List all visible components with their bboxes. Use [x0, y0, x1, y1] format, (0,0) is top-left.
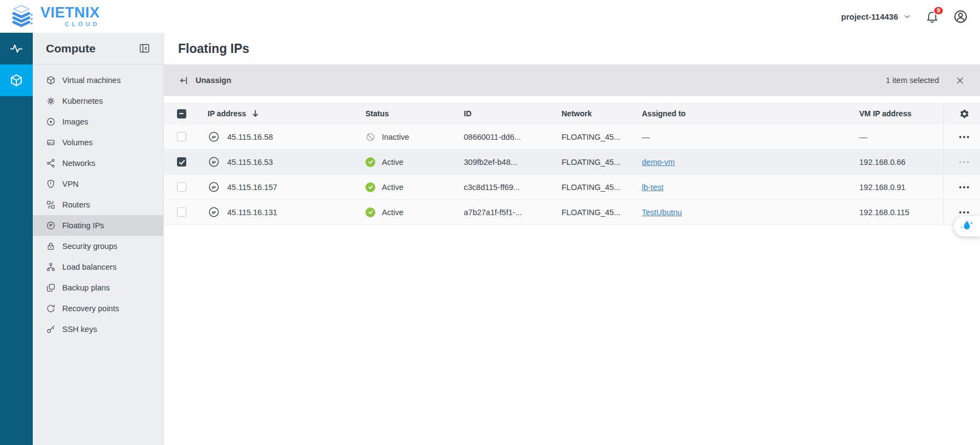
ip-icon: IP [208, 130, 220, 143]
sidebar-nav: Virtual machines Kubernetes Images Volum… [33, 64, 163, 340]
ip-icon: IP [208, 181, 220, 193]
sidebar-item-load-balancers[interactable]: Load balancers [33, 257, 163, 277]
vm-ip-address: 192.168.0.115 [859, 208, 910, 217]
table-row: IP 45.115.16.58 Inactive 08660011-dd6...… [164, 124, 980, 150]
sidebar-title: Compute [46, 42, 96, 55]
shield-icon [46, 179, 56, 189]
ip-address: 45.115.16.53 [227, 158, 273, 167]
status-text: Active [382, 158, 404, 167]
column-header-status: Status [352, 103, 451, 124]
svg-text:IP: IP [212, 210, 216, 215]
row-actions-menu[interactable] [959, 161, 961, 163]
network-icon [46, 158, 56, 168]
row-checkbox[interactable] [177, 132, 186, 141]
project-name: project-114436 [841, 12, 898, 21]
sidebar-item-backup-plans[interactable]: Backup plans [33, 277, 163, 298]
svg-text:IP: IP [212, 185, 216, 190]
sidebar-item-floating-ips[interactable]: IP Floating IPs [33, 215, 163, 236]
helm-icon [46, 96, 56, 106]
select-all-checkbox[interactable] [177, 109, 186, 118]
sidebar-item-images[interactable]: Images [33, 111, 163, 132]
status-icon [365, 182, 375, 192]
support-chat-widget[interactable] [954, 216, 980, 236]
status-icon [365, 157, 375, 167]
assigned-vm-link[interactable]: TestUbutnu [642, 208, 682, 217]
row-checkbox[interactable] [177, 182, 186, 192]
sidebar-item-security-groups[interactable]: Security groups [33, 236, 163, 257]
floating-ips-table: IP address Status ID Network Assigned to… [164, 103, 980, 225]
collapse-sidebar-button[interactable] [139, 43, 150, 54]
vietnix-logo: VIETNIX CLOUD [7, 3, 100, 29]
resource-id: 08660011-dd6... [464, 133, 521, 141]
unassign-label: Unassign [196, 76, 231, 85]
sidebar-item-networks[interactable]: Networks [33, 153, 163, 174]
row-actions-menu[interactable] [959, 186, 961, 188]
column-header-assigned-to: Assigned to [629, 103, 846, 124]
sidebar-item-ssh-keys[interactable]: SSH keys [33, 319, 163, 340]
column-header-vm-ip: VM IP address [846, 103, 943, 124]
hierarchy-icon [46, 262, 56, 272]
status-text: Active [382, 183, 404, 192]
svg-text:IP: IP [212, 160, 216, 165]
column-header-ip-address[interactable]: IP address [194, 103, 352, 124]
network-name: FLOATING_45... [562, 133, 621, 141]
selection-count: 1 item selected [885, 76, 939, 85]
row-actions-menu[interactable] [959, 136, 961, 138]
account-button[interactable] [953, 9, 968, 24]
row-checkbox[interactable] [177, 157, 186, 167]
ip-circle-icon: IP [46, 221, 56, 230]
lock-icon [46, 241, 56, 251]
column-header-id: ID [451, 103, 548, 124]
sidebar-item-recovery-points[interactable]: Recovery points [33, 298, 163, 319]
main-content: Floating IPs Unassign 1 item selected [164, 33, 980, 445]
panel-collapse-icon [139, 43, 150, 54]
close-icon [955, 76, 965, 85]
key-icon [46, 324, 56, 334]
assigned-vm-link[interactable]: demo-vm [642, 158, 675, 167]
brand-sub: CLOUD [64, 21, 99, 27]
assigned-vm-link[interactable]: lb-test [642, 183, 664, 192]
ip-address: 45.115.16.131 [227, 208, 278, 217]
sidebar-item-volumes[interactable]: Volumes [33, 132, 163, 153]
refresh-icon [46, 304, 56, 313]
sidebar-item-virtual-machines[interactable]: Virtual machines [33, 70, 163, 91]
svg-text:IP: IP [212, 135, 216, 140]
network-name: FLOATING_45... [562, 208, 621, 217]
rail-item-monitoring[interactable] [0, 33, 33, 64]
sidebar-item-vpn[interactable]: VPN [33, 174, 163, 194]
status-text: Active [382, 208, 404, 217]
sidebar-item-routers[interactable]: Routers [33, 194, 163, 215]
vm-ip-address: 192.168.0.66 [859, 158, 906, 167]
unassign-button[interactable]: Unassign [179, 75, 231, 86]
column-header-network: Network [548, 103, 629, 124]
network-name: FLOATING_45... [562, 183, 621, 192]
page-title: Floating IPs [178, 41, 249, 56]
vm-ip-address: 192.168.0.91 [859, 183, 906, 192]
water-drop-icon [959, 219, 975, 234]
clear-selection-button[interactable] [955, 76, 965, 85]
assigned-vm-link: — [642, 133, 650, 141]
row-actions-menu[interactable] [959, 211, 961, 213]
project-switcher[interactable]: project-114436 [841, 12, 911, 21]
compute-sidebar: Compute Virtual machines Kubernetes Imag… [33, 33, 164, 445]
row-checkbox[interactable] [177, 207, 186, 217]
logo-layers-icon [7, 3, 36, 29]
status-icon [365, 207, 375, 217]
ip-icon: IP [208, 156, 220, 168]
unassign-icon [179, 75, 190, 86]
table-row: IP 45.115.16.131 Active a7b27a1f-f5f1-..… [164, 200, 980, 225]
copy-icon [46, 283, 56, 293]
rail-item-compute[interactable] [0, 64, 33, 96]
sidebar-item-kubernetes[interactable]: Kubernetes [33, 91, 163, 111]
disc-icon [46, 117, 56, 127]
table-row: IP 45.115.16.157 Active c3c8d115-ff69...… [164, 175, 980, 200]
notifications-button[interactable]: 9 [925, 10, 939, 23]
router-icon [46, 200, 56, 210]
resource-id: a7b27a1f-f5f1-... [464, 208, 522, 217]
status-icon [365, 132, 375, 142]
chevron-down-icon [903, 13, 911, 21]
user-icon [953, 9, 968, 24]
resource-id: 309fb2ef-b48... [464, 158, 517, 167]
column-settings-button[interactable] [959, 109, 970, 119]
svg-text:IP: IP [49, 223, 52, 227]
